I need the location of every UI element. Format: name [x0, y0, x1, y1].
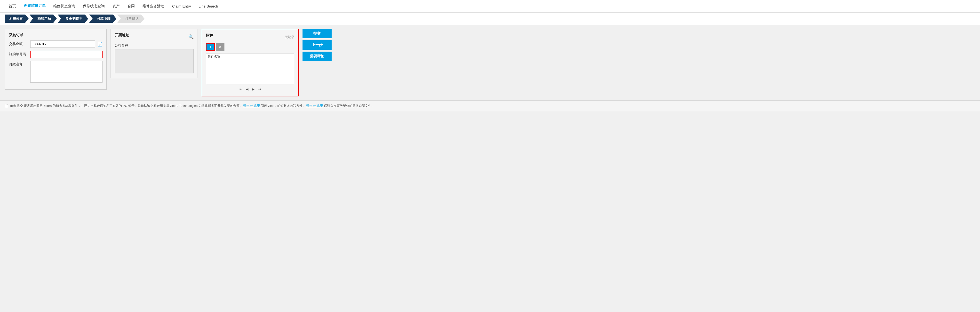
order-number-label: 订购单号码: [9, 51, 29, 57]
step-add-product: 添加产品: [30, 14, 57, 23]
nav-repair-activity[interactable]: 维修业务活动: [138, 0, 168, 13]
billing-header: 开票地址 🔍: [115, 33, 194, 40]
step-current-location: 所在位置: [5, 14, 29, 23]
footer-text: 单击'提交'即表示您同意 Zebra 的销售条款和条件，并已为交易金额签发了有效…: [10, 103, 374, 109]
step-payment-details: 付款明细: [89, 14, 116, 23]
nav-assets[interactable]: 资产: [108, 0, 124, 13]
footer-text-after-link2: 阅读每次事故维修的服务说明文件。: [324, 104, 374, 108]
attachments-table-area: 附件名称: [206, 53, 294, 85]
nav-home[interactable]: 首页: [5, 0, 20, 13]
attachment-name-column-header: 附件名称: [206, 54, 294, 60]
terms-checkbox[interactable]: [5, 104, 8, 107]
step-order-confirm: 订单确认: [117, 14, 145, 23]
pagination-first-button[interactable]: ⇤: [239, 87, 243, 92]
footer-link2[interactable]: 请点击 这里: [306, 104, 323, 108]
payment-notes-textarea[interactable]: [30, 61, 103, 82]
transaction-amount-input[interactable]: [30, 40, 95, 48]
pagination-next-button[interactable]: ▶: [251, 87, 256, 92]
nav-warranty-status[interactable]: 保修状态查询: [79, 0, 108, 13]
submit-button[interactable]: 提交: [302, 29, 332, 38]
nav-contract[interactable]: 合同: [124, 0, 138, 13]
add-attachment-button[interactable]: +: [206, 43, 215, 51]
order-number-input[interactable]: [30, 51, 103, 58]
purchase-order-panel: 采购订单 交易金额 📄 订购单号码 付款注释: [5, 29, 107, 90]
payment-notes-row: 付款注释: [9, 61, 103, 82]
billing-address-panel: 开票地址 🔍 公司名称: [111, 29, 198, 78]
footer-text-before-link1: 单击'提交'即表示您同意 Zebra 的销售条款和条件，并已为交易金额签发了有效…: [10, 104, 243, 108]
transaction-amount-label: 交易金额: [9, 40, 29, 46]
action-buttons-panel: 提交 上一步 需要帮忙: [302, 29, 332, 61]
billing-address-title: 开票地址: [115, 33, 129, 38]
footer-link1[interactable]: 请点击 这里: [243, 104, 260, 108]
nav-create-order[interactable]: 创建维修订单: [20, 0, 49, 13]
nav-repair-status[interactable]: 维修状态查询: [49, 0, 79, 13]
attachments-pagination: ⇤ ◀ ▶ ⇥: [206, 85, 294, 92]
remove-attachment-button[interactable]: ×: [216, 43, 224, 51]
help-button[interactable]: 需要帮忙: [302, 52, 332, 61]
nav-claim-entry[interactable]: Claim Entry: [168, 0, 195, 13]
steps-breadcrumb: 所在位置 添加产品 复审购物车 付款明细 订单确认: [0, 13, 980, 25]
document-icon[interactable]: 📄: [97, 40, 103, 47]
billing-search-icon[interactable]: 🔍: [188, 34, 194, 40]
nav-line-search[interactable]: Line Search: [195, 0, 222, 13]
main-content: 采购订单 交易金额 📄 订购单号码 付款注释 开票地址 🔍 公司名称 附件 无记…: [0, 25, 980, 100]
purchase-order-title: 采购订单: [9, 33, 103, 38]
pagination-last-button[interactable]: ⇥: [257, 87, 262, 92]
attachment-buttons: + ×: [206, 43, 294, 51]
transaction-amount-row: 交易金额 📄: [9, 40, 103, 48]
no-record-label: 无记录: [285, 35, 294, 39]
pagination-prev-button[interactable]: ◀: [245, 87, 250, 92]
attachments-panel: 附件 无记录 + × 附件名称 ⇤ ◀ ▶ ⇥: [202, 29, 299, 97]
top-navigation: 首页 创建维修订单 维修状态查询 保修状态查询 资产 合同 维修业务活动 Cla…: [0, 0, 980, 13]
attachments-table: 附件名称: [206, 54, 294, 60]
footer-bar: 单击'提交'即表示您同意 Zebra 的销售条款和条件，并已为交易金额签发了有效…: [0, 100, 980, 111]
footer-checkbox-row: 单击'提交'即表示您同意 Zebra 的销售条款和条件，并已为交易金额签发了有效…: [5, 103, 975, 109]
attachments-title: 附件: [206, 33, 213, 38]
order-number-row: 订购单号码: [9, 51, 103, 58]
billing-address-textarea[interactable]: [115, 49, 194, 73]
step-review-cart: 复审购物车: [58, 14, 88, 23]
attachments-header: 附件 无记录: [206, 33, 294, 41]
payment-notes-label: 付款注释: [9, 61, 29, 67]
back-button[interactable]: 上一步: [302, 40, 332, 50]
footer-text-after-link1: 阅读 Zebra 的销售条款和条件。: [261, 104, 305, 108]
company-name-label: 公司名称: [115, 43, 194, 48]
